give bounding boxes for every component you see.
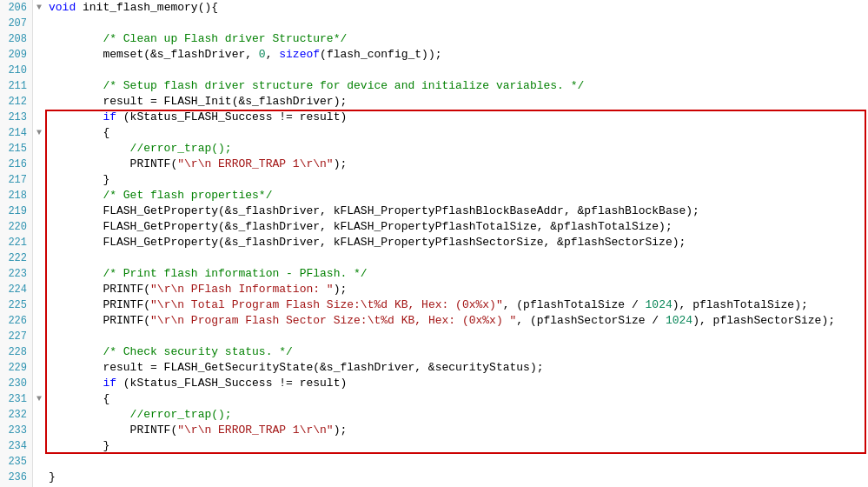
token-str: "\r\n ERROR_TRAP 1\r\n" [177, 157, 333, 170]
line-number: 221 [0, 235, 33, 250]
token-fn: PRINTF( [49, 424, 177, 437]
token-fn: PRINTF( [49, 314, 150, 327]
token-fn: PRINTF( [49, 283, 150, 296]
code-content: } [45, 470, 868, 485]
token-fn: FLASH_GetProperty(&s_flashDriver, kFLASH… [49, 220, 673, 233]
code-row: 215 //error_trap(); [0, 141, 868, 157]
code-content [45, 329, 868, 344]
code-row: 210 [0, 63, 868, 78]
line-number: 227 [0, 329, 33, 344]
code-content: PRINTF("\r\n PFlash Information: "); [45, 282, 868, 297]
code-row: 236} [0, 470, 868, 485]
line-number: 218 [0, 188, 33, 203]
code-row: 224 PRINTF("\r\n PFlash Information: "); [0, 282, 868, 297]
token-str: "\r\n PFlash Information: " [150, 283, 334, 296]
code-content [45, 250, 868, 266]
fold-marker[interactable]: ▼ [33, 391, 45, 407]
code-row: 212 result = FLASH_Init(&s_flashDriver); [0, 94, 868, 110]
line-number: 217 [0, 172, 33, 188]
line-number: 226 [0, 313, 33, 329]
code-row: 214▼ { [0, 125, 868, 141]
token-str: "\r\n Total Program Flash Size:\t%d KB, … [150, 298, 503, 311]
fold-marker[interactable]: ▼ [33, 0, 45, 16]
code-row: 216 PRINTF("\r\n ERROR_TRAP 1\r\n"); [0, 157, 868, 172]
line-number: 230 [0, 376, 33, 391]
code-row: 221 FLASH_GetProperty(&s_flashDriver, kF… [0, 235, 868, 250]
token-fn: (kStatus_FLASH_Success != result) [116, 110, 347, 123]
code-content [45, 63, 868, 78]
line-number: 234 [0, 438, 33, 454]
token-fn: , [266, 48, 280, 61]
token-fn: } [49, 470, 56, 484]
code-row: 211 /* Setup flash driver structure for … [0, 78, 868, 94]
token-cm: /* Get flash properties*/ [49, 189, 272, 202]
line-number: 236 [0, 470, 33, 485]
code-row: 222 [0, 250, 868, 266]
line-number: 222 [0, 250, 33, 266]
line-number: 235 [0, 454, 33, 470]
token-fn: , (pflashTotalSize / [503, 298, 646, 311]
token-kw: void [49, 1, 76, 14]
code-content: if (kStatus_FLASH_Success != result) [45, 110, 868, 125]
code-content: /* Clean up Flash driver Structure*/ [45, 31, 868, 47]
fold-marker[interactable]: ▼ [33, 125, 45, 141]
code-content: PRINTF("\r\n ERROR_TRAP 1\r\n"); [45, 157, 868, 172]
token-fn: ); [334, 424, 348, 437]
code-content: /* Get flash properties*/ [45, 188, 868, 203]
line-number: 213 [0, 110, 33, 125]
line-number: 206 [0, 0, 33, 16]
token-fn: } [49, 173, 109, 186]
code-content: void init_flash_memory(){ [45, 0, 868, 16]
code-content: //error_trap(); [45, 141, 868, 157]
code-content: if (kStatus_FLASH_Success != result) [45, 376, 868, 391]
code-row: 229 result = FLASH_GetSecurityState(&s_f… [0, 360, 868, 376]
code-row: 232 //error_trap(); [0, 407, 868, 423]
code-content: /* Check security status. */ [45, 344, 868, 360]
code-row: 228 /* Check security status. */ [0, 344, 868, 360]
code-row: 230 if (kStatus_FLASH_Success != result) [0, 376, 868, 391]
line-number: 229 [0, 360, 33, 376]
code-row: 219 FLASH_GetProperty(&s_flashDriver, kF… [0, 203, 868, 219]
code-content: //error_trap(); [45, 407, 868, 423]
token-cm: /* Setup flash driver structure for devi… [49, 79, 584, 92]
token-fn: PRINTF( [49, 298, 150, 311]
code-row: 231▼ { [0, 391, 868, 407]
token-fn: result = FLASH_GetSecurityState(&s_flash… [49, 361, 544, 374]
code-row: 209 memset(&s_flashDriver, 0, sizeof(fla… [0, 47, 868, 63]
code-row: 206▼void init_flash_memory(){ [0, 0, 868, 16]
code-row: 223 /* Print flash information - PFlash.… [0, 266, 868, 282]
code-content: PRINTF("\r\n Program Flash Sector Size:\… [45, 313, 868, 329]
token-fn: PRINTF( [49, 157, 177, 170]
token-num: 1024 [666, 314, 692, 327]
line-number: 209 [0, 47, 33, 63]
code-content: PRINTF("\r\n ERROR_TRAP 1\r\n"); [45, 423, 868, 438]
code-row: 225 PRINTF("\r\n Total Program Flash Siz… [0, 297, 868, 313]
code-content: } [45, 438, 868, 454]
line-number: 211 [0, 78, 33, 94]
token-cm: /* Clean up Flash driver Structure*/ [49, 32, 347, 45]
code-row: 233 PRINTF("\r\n ERROR_TRAP 1\r\n"); [0, 423, 868, 438]
token-num: 1024 [646, 298, 673, 311]
code-content: { [45, 125, 868, 141]
token-kw: if [49, 377, 116, 390]
code-content: /* Setup flash driver structure for devi… [45, 78, 868, 94]
code-row: 235 [0, 454, 868, 470]
token-cm: //error_trap(); [49, 408, 232, 421]
token-fn: memset(&s_flashDriver, [49, 48, 259, 61]
line-number: 225 [0, 297, 33, 313]
line-number: 219 [0, 203, 33, 219]
code-content: /* Print flash information - PFlash. */ [45, 266, 868, 282]
code-content: } [45, 172, 868, 188]
token-str: "\r\n Program Flash Sector Size:\t%d KB,… [150, 314, 516, 327]
code-row: 234 } [0, 438, 868, 454]
token-fn: ); [334, 157, 348, 170]
code-row: 213 if (kStatus_FLASH_Success != result) [0, 110, 868, 125]
token-kw: sizeof [279, 48, 320, 61]
token-fn: { [49, 392, 109, 405]
token-fn: ), pflashTotalSize); [673, 298, 808, 311]
token-fn: { [49, 126, 109, 139]
code-content: PRINTF("\r\n Total Program Flash Size:\t… [45, 297, 868, 313]
token-cm: //error_trap(); [49, 142, 232, 155]
token-str: "\r\n ERROR_TRAP 1\r\n" [177, 424, 333, 437]
code-editor: 206▼void init_flash_memory(){207 208 /* … [0, 0, 868, 487]
